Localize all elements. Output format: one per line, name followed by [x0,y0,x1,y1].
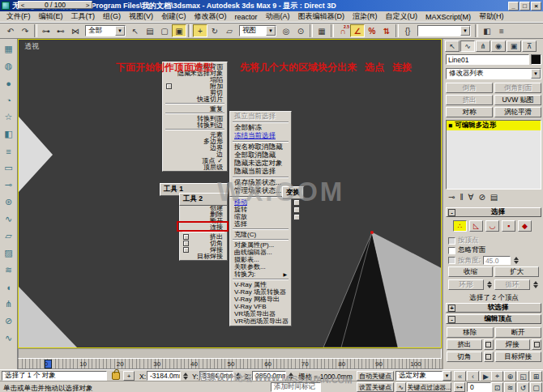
undo-icon[interactable]: ↶ [3,24,18,37]
key-filters-button[interactable]: 关键点过滤器... [407,382,451,392]
selection-set-dropdown[interactable]: 选定对象 [395,371,443,381]
menubar-item[interactable]: reactor [231,12,262,22]
show-end-result-icon[interactable]: ‖ [460,193,463,202]
restore-button[interactable]: □ [519,2,530,11]
tab-display[interactable]: ▣ [507,40,521,52]
settings-box-icon[interactable] [183,247,189,253]
checkbox-icon[interactable] [448,247,455,254]
edit-button[interactable]: 目标焊接 [495,352,542,362]
modifier-button[interactable]: 对称 [446,107,493,117]
modifier-button[interactable]: 涡轮平滑 [494,107,541,117]
rigid-body-collection-icon[interactable]: ▦ [2,40,16,58]
edit-button[interactable]: 挤出 [447,339,482,350]
tab-utilities[interactable]: ⊼ [522,40,537,52]
angle-snap-icon[interactable]: ∠ [350,24,365,37]
constraint-solver-icon[interactable]: ⊘ [2,313,16,330]
border-subobject-icon[interactable]: ◡ [485,220,499,232]
menu-item[interactable]: 重复 [164,105,226,112]
menu-item[interactable]: 转换到边 [164,121,226,128]
grow-button[interactable]: 扩大 [494,266,539,277]
settings-box-icon[interactable] [166,83,172,89]
auto-key-button[interactable]: 自动关键点 [357,371,394,381]
modifier-list-dropdown[interactable]: 修改器列表 [446,68,541,79]
reference-coordinate-dropdown[interactable]: 视图 [239,25,276,36]
settings-box-icon[interactable] [532,339,541,350]
orbit-icon[interactable]: ↺ [517,382,529,392]
rect-selection-region-icon[interactable]: ▢ [157,24,172,37]
select-object-icon[interactable]: ↖ [128,24,143,37]
make-unique-icon[interactable]: ∀ [468,193,474,202]
selection-rollout-header[interactable]: - 选择 [446,207,541,217]
pin-stack-icon[interactable]: ⊸ [448,193,455,202]
percent-snap-icon[interactable]: % [365,24,379,37]
polygon-subobject-icon[interactable]: ▪ [502,220,515,232]
object-name-field[interactable] [446,54,529,65]
menubar-item[interactable]: 自定义(U) [382,11,422,23]
maximize-viewport-toggle-icon[interactable]: ▢ [530,382,542,392]
by-vertex-checkbox[interactable]: 按顶点 [448,236,479,245]
menubar-item[interactable]: 组(G) [99,11,125,23]
menubar-item[interactable]: 编辑(E) [35,11,67,23]
element-subobject-icon[interactable]: ◆ [518,220,532,232]
spring-icon[interactable]: ≡ [2,143,16,160]
wind-icon[interactable]: ∿ [2,211,16,228]
viewport-label[interactable]: 透视 [24,41,39,52]
menu-item[interactable]: 快速切片 [164,96,226,102]
motor-icon[interactable]: ⊛ [2,194,16,211]
loop-spinner[interactable] [532,279,539,290]
use-pivot-center-icon[interactable]: ◎ [279,24,293,37]
ignore-backfacing-checkbox[interactable]: 忽略背面 [448,245,485,255]
keyboard-override-icon[interactable]: ▦ [314,24,329,37]
angle-value-field[interactable] [483,256,511,265]
edit-button[interactable]: 移除 [447,327,494,338]
select-manipulate-icon[interactable]: ⊙ [293,24,308,37]
tab-create[interactable]: ↖ [445,40,460,52]
capsule-icon[interactable]: ▭ [2,160,16,177]
chevron-down-icon[interactable] [266,26,276,36]
sound-icon[interactable]: ◖ [2,279,16,296]
chevron-down-icon[interactable] [460,26,470,36]
modifier-button[interactable]: UVW 贴图 [494,95,541,105]
tab-motion[interactable]: ◉ [491,40,506,52]
water-icon[interactable]: ≋ [2,262,16,279]
select-and-link-icon[interactable]: ⊶ [39,24,53,37]
vertex-subobject-icon[interactable]: ∴ [453,220,467,232]
plane-icon[interactable]: ▱ [2,228,16,245]
settings-box-icon[interactable] [484,352,494,362]
rotate-settings-box-icon[interactable] [293,207,300,213]
remove-modifier-icon[interactable]: ⊘ [478,193,485,202]
character-icon[interactable]: ⋔ [2,296,16,313]
angle-spinner[interactable] [513,255,520,266]
menubar-item[interactable]: MAXScript(M) [421,12,475,22]
selection-filter-dropdown[interactable]: 全部 [85,25,126,36]
scale-settings-box-icon[interactable] [293,214,300,220]
settings-box-icon[interactable] [183,234,189,240]
menu-item[interactable]: 隐藏当前选择 [231,168,290,176]
previous-frame-arrow[interactable]: < [19,2,27,9]
track-bar[interactable]: 0102030405060708090100 [18,359,442,369]
hammer-icon[interactable]: ⊸ [2,177,16,194]
select-by-name-icon[interactable]: ▤ [143,24,157,37]
spinner-snap-icon[interactable]: ⇅ [379,24,394,37]
next-frame-arrow[interactable]: > [83,2,92,9]
menubar-item[interactable]: 修改器(O) [190,11,231,23]
menu-item[interactable]: 冻结当前选择 [231,132,290,140]
edit-button[interactable]: 焊接 [495,339,531,350]
zoom-region-icon[interactable]: ⊡ [491,382,503,392]
cloth-collection-icon[interactable]: ◍ [2,58,16,75]
absolute-offset-toggle-icon[interactable]: + [123,371,135,381]
unlink-selection-icon[interactable]: ⊷ [53,24,68,37]
modifier-button[interactable]: 倒角 [446,83,493,93]
modifier-button[interactable]: 挤出 [446,95,493,105]
edit-button[interactable]: 断开 [495,327,542,338]
chevron-down-icon[interactable]: ▼ [443,371,451,381]
checkbox-icon[interactable] [448,257,455,264]
object-color-swatch[interactable] [531,54,541,65]
menu-item[interactable]: 选择 [231,220,290,228]
menubar-item[interactable]: 创建(C) [157,11,190,23]
menubar-item[interactable]: 图表编辑器(D) [294,11,349,23]
soft-body-collection-icon[interactable]: ● [2,75,16,92]
menubar-item[interactable]: 动画(A) [262,11,294,23]
menubar-item[interactable]: 帮助(H) [475,11,508,23]
window-crossing-icon[interactable]: ▣ [172,24,186,37]
